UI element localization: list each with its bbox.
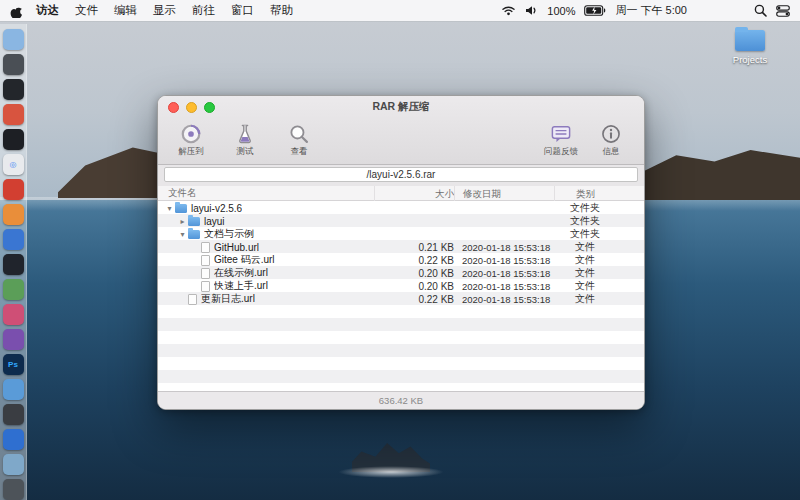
menu-item[interactable]: 访达 xyxy=(36,3,59,18)
dock-app-7[interactable] xyxy=(3,179,24,200)
test-flask-icon xyxy=(234,123,256,145)
dock-finder[interactable] xyxy=(3,29,24,50)
folder-icon xyxy=(188,230,200,239)
table-row[interactable]: GitHub.url0.21 KB2020-01-18 15:53:18文件 xyxy=(158,240,644,253)
wifi-icon[interactable] xyxy=(501,5,516,16)
feedback-label: 问题反馈 xyxy=(544,146,578,158)
table-row[interactable]: Gitee 码云.url0.22 KB2020-01-18 15:53:18文件 xyxy=(158,253,644,266)
file-type: 文件 xyxy=(554,240,616,254)
dock-app-2[interactable] xyxy=(3,54,24,75)
menu-item[interactable]: 文件 xyxy=(75,3,98,18)
dock-app-8[interactable] xyxy=(3,204,24,225)
dock-app-13[interactable] xyxy=(3,329,24,350)
file-type: 文件 xyxy=(554,253,616,267)
disclosure-closed-icon[interactable]: ▸ xyxy=(177,215,188,228)
projects-folder-label: Projects xyxy=(724,54,776,65)
dock-app-10[interactable] xyxy=(3,254,24,275)
dock-app-9[interactable] xyxy=(3,229,24,250)
file-icon xyxy=(188,294,197,305)
dock-chrome[interactable]: ◎ xyxy=(3,154,24,175)
menu-status: 100% 周一 下午 5:00 xyxy=(501,3,790,18)
test-button[interactable]: 测试 xyxy=(228,123,262,158)
dock-folder-blue[interactable] xyxy=(3,379,24,400)
file-name: 在线示例.url xyxy=(214,266,268,280)
table-row[interactable]: 更新日志.url0.22 KB2020-01-18 15:53:18文件 xyxy=(158,292,644,305)
info-button[interactable]: 信息 xyxy=(594,123,628,158)
disclosure-open-icon[interactable]: ▾ xyxy=(164,202,175,215)
dock-folder-2[interactable] xyxy=(3,454,24,475)
file-type: 文件夹 xyxy=(554,201,616,215)
close-button[interactable] xyxy=(168,102,179,113)
feedback-button[interactable]: 问题反馈 xyxy=(544,123,578,158)
apple-icon[interactable] xyxy=(10,4,22,18)
minimize-button[interactable] xyxy=(186,102,197,113)
archive-total-size: 636.42 KB xyxy=(379,395,423,406)
disclosure-open-icon[interactable]: ▾ xyxy=(177,228,188,241)
menu-item[interactable]: 帮助 xyxy=(270,3,293,18)
dock: ◎Ps xyxy=(0,24,27,500)
toolbar-left-group: 解压到 测试 查看 xyxy=(174,123,316,158)
archive-path-field[interactable]: /layui-v2.5.6.rar xyxy=(164,167,638,182)
file-type: 文件夹 xyxy=(554,227,616,241)
table-row[interactable]: 快速上手.url0.20 KB2020-01-18 15:53:18文件 xyxy=(158,279,644,292)
menu-items: 访达文件编辑显示前往窗口帮助 xyxy=(36,3,293,18)
table-row[interactable]: 在线示例.url0.20 KB2020-01-18 15:53:18文件 xyxy=(158,266,644,279)
dock-app-5[interactable] xyxy=(3,129,24,150)
file-icon xyxy=(201,255,210,266)
toolbar: 解压到 测试 查看 xyxy=(158,117,644,164)
file-type: 文件 xyxy=(554,292,616,306)
file-name: GitHub.url xyxy=(214,242,259,253)
column-header-type[interactable]: 类别 xyxy=(554,186,616,201)
view-label: 查看 xyxy=(291,146,308,158)
wallpaper-foam xyxy=(338,466,444,478)
view-button[interactable]: 查看 xyxy=(282,123,316,158)
spotlight-icon[interactable] xyxy=(754,4,767,17)
column-header-date[interactable]: 修改日期 xyxy=(454,186,554,201)
file-table-body: ▾layui-v2.5.6文件夹▸layui文件夹▾文档与示例文件夹GitHub… xyxy=(158,201,644,305)
menu-item[interactable]: 显示 xyxy=(153,3,176,18)
table-row[interactable]: ▾文档与示例文件夹 xyxy=(158,227,644,240)
projects-folder[interactable]: Projects xyxy=(724,30,776,65)
dock-app-16[interactable] xyxy=(3,404,24,425)
table-row[interactable]: ▾layui-v2.5.6文件夹 xyxy=(158,201,644,214)
menu-clock[interactable]: 周一 下午 5:00 xyxy=(615,3,687,18)
file-icon xyxy=(201,242,210,253)
file-date: 2020-01-18 15:53:18 xyxy=(454,255,554,266)
file-date: 2020-01-18 15:53:18 xyxy=(454,242,554,253)
file-name: 快速上手.url xyxy=(214,279,268,293)
table-header: 文件名 大小 修改日期 类别 xyxy=(158,186,644,201)
file-icon xyxy=(201,268,210,279)
file-name: layui-v2.5.6 xyxy=(191,203,242,214)
column-header-size[interactable]: 大小 xyxy=(374,186,454,201)
folder-icon xyxy=(188,217,200,226)
dock-app-4[interactable] xyxy=(3,104,24,125)
dock-trash[interactable] xyxy=(3,479,24,500)
window-chrome: RAR 解压缩 解压到 测试 xyxy=(158,96,644,165)
battery-icon[interactable] xyxy=(584,5,606,16)
file-size: 0.20 KB xyxy=(374,268,454,279)
volume-icon[interactable] xyxy=(525,5,538,16)
extract-icon xyxy=(180,123,202,145)
path-bar: /layui-v2.5.6.rar xyxy=(158,165,644,186)
extract-label: 解压到 xyxy=(178,146,204,158)
dock-photoshop[interactable]: Ps xyxy=(3,354,24,375)
titlebar[interactable]: RAR 解压缩 xyxy=(158,96,644,117)
battery-percent: 100% xyxy=(547,5,575,17)
extract-button[interactable]: 解压到 xyxy=(174,123,208,158)
file-date: 2020-01-18 15:53:18 xyxy=(454,294,554,305)
table-row[interactable]: ▸layui文件夹 xyxy=(158,214,644,227)
window-title: RAR 解压缩 xyxy=(158,96,644,117)
column-header-filename[interactable]: 文件名 xyxy=(158,187,374,200)
dock-app-12[interactable] xyxy=(3,304,24,325)
dock-app-17[interactable] xyxy=(3,429,24,450)
menu-item[interactable]: 编辑 xyxy=(114,3,137,18)
control-center-icon[interactable] xyxy=(776,5,790,17)
zoom-button[interactable] xyxy=(204,102,215,113)
info-label: 信息 xyxy=(603,146,620,158)
menu-item[interactable]: 窗口 xyxy=(231,3,254,18)
feedback-bubble-icon xyxy=(550,123,572,145)
dock-app-11[interactable] xyxy=(3,279,24,300)
dock-app-3[interactable] xyxy=(3,79,24,100)
toolbar-right-group: 问题反馈 信息 xyxy=(544,123,628,158)
menu-item[interactable]: 前往 xyxy=(192,3,215,18)
